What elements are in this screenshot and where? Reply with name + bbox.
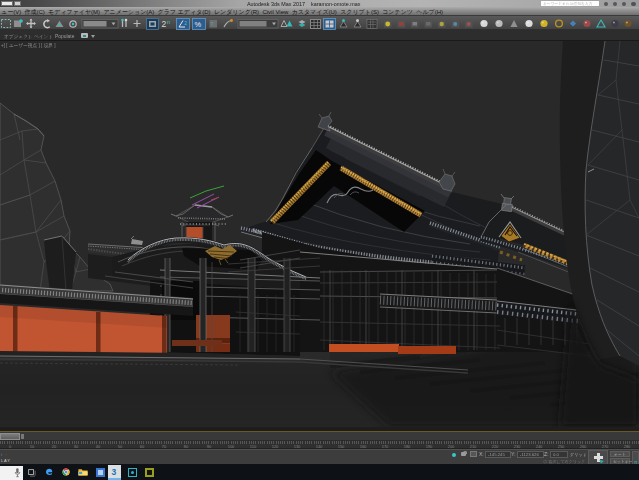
svg-text:n: n (167, 19, 170, 25)
svg-text:%: % (195, 20, 202, 29)
svg-text:2: 2 (162, 19, 167, 29)
svg-text:?: ? (211, 21, 214, 27)
